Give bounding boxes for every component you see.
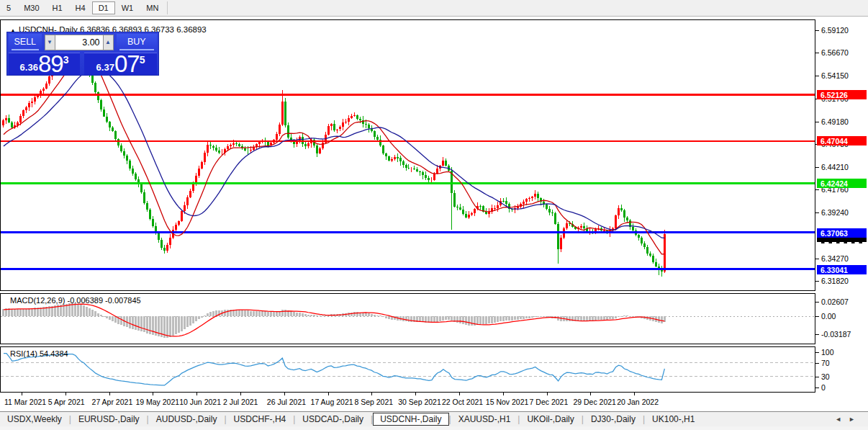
timeframe-button-5[interactable]: 5 [0, 1, 17, 14]
date-axis-tick [415, 393, 416, 395]
chart-tab-audusd-daily[interactable]: AUDUSD-,Daily [149, 413, 225, 426]
macd-label: MACD(12,26,9) -0.006389 -0.007845 [10, 296, 141, 305]
chart-tab-uk100-h1[interactable]: UK100-,H1 [645, 413, 702, 426]
date-axis-label: 5 Apr 2021 [48, 398, 85, 406]
timeframe-button-mn[interactable]: MN [140, 1, 165, 14]
axis-tick [815, 167, 819, 168]
chart-tab-usdchf-h4[interactable]: USDCHF-,H4 [227, 413, 294, 426]
bid-price-pip-digit: 3 [63, 54, 69, 66]
chart-tab-dj30-daily[interactable]: DJ30-,Daily [584, 413, 643, 426]
rsi-chart [1, 347, 815, 392]
price-level-tag: 6.37063 [817, 228, 867, 238]
price-axis-label: 6.56670 [821, 48, 849, 57]
timeframe-button-h1[interactable]: H1 [46, 1, 69, 14]
date-axis-tick [240, 393, 241, 395]
axis-tick [815, 352, 819, 353]
date-axis-label: 10 Jun 2021 [179, 398, 221, 406]
ask-price-prefix: 6.37 [96, 62, 114, 73]
date-axis-tick [503, 393, 504, 395]
chart-tab-eurusd-daily[interactable]: EURUSD-,Daily [71, 413, 147, 426]
sell-button[interactable]: SELL [9, 34, 42, 51]
timeframe-button-d1[interactable]: D1 [92, 1, 115, 14]
volume-input[interactable] [55, 35, 103, 50]
timeframe-button-h4[interactable]: H4 [69, 1, 92, 14]
date-axis-tick [590, 393, 591, 395]
macd-axis-label: 0.02607 [821, 297, 849, 306]
date-axis-label: 29 Dec 2021 [573, 398, 616, 406]
rsi-indicator-pane[interactable]: RSI(14) 54.4384 [0, 346, 815, 393]
date-axis-tick [109, 393, 110, 395]
price-level-tag: 6.52126 [817, 90, 867, 99]
date-axis-tick [22, 393, 22, 395]
chart-tab-usdx-weekly[interactable]: USDX,Weekly [0, 413, 69, 426]
tab-scroll-arrows[interactable]: ◄► [835, 416, 862, 423]
chart-tab-xauusd-h1[interactable]: XAUUSD-,H1 [451, 413, 518, 426]
price-axis: 6.591206.566706.541506.517006.491806.467… [815, 19, 868, 393]
rsi-axis-label: 30 [821, 372, 830, 381]
price-axis-label: 6.34270 [821, 254, 849, 263]
bid-price-display[interactable]: 6.36 89 3 [9, 53, 80, 75]
date-axis-tick [153, 393, 153, 395]
axis-tick [815, 30, 819, 31]
buy-button[interactable]: BUY [117, 34, 157, 51]
chart-tab-usdcnh-daily[interactable]: USDCNH-,Daily [373, 413, 448, 426]
date-axis-label: 15 Nov 2021 [486, 398, 529, 406]
chart-tab-bar: USDX,Weekly|EURUSD-,Daily|AUDUSD-,Daily|… [0, 411, 868, 426]
date-axis-label: 8 Sep 2021 [354, 398, 393, 406]
axis-tick [815, 212, 819, 213]
price-level-tag: 6.33041 [817, 265, 867, 274]
date-axis-tick [328, 393, 329, 395]
axis-tick [815, 316, 819, 317]
date-axis-label: 30 Sep 2021 [398, 398, 441, 406]
volume-decrease-button[interactable]: ▼ [45, 35, 55, 50]
chart-tab-ukoil-daily[interactable]: UKOil-,Daily [520, 413, 581, 426]
axis-tick [815, 189, 819, 190]
date-axis-label: 26 Jul 2021 [267, 398, 306, 406]
axis-tick [815, 377, 819, 377]
date-axis-label: 19 May 2021 [135, 398, 179, 406]
date-axis-tick [65, 393, 66, 395]
macd-indicator-pane[interactable]: MACD(12,26,9) -0.006389 -0.007845 [0, 293, 815, 344]
price-axis-label: 6.44210 [821, 163, 849, 171]
ask-price-big-digits: 07 [114, 53, 140, 74]
chart-tab-usdcad-daily[interactable]: USDCAD-,Daily [295, 413, 371, 426]
date-axis-tick [196, 393, 197, 395]
bottom-strip [0, 426, 868, 430]
date-axis-tick [459, 393, 460, 395]
ask-price-pip-digit: 5 [140, 54, 145, 66]
macd-axis-label: -0.03187 [821, 330, 851, 339]
one-click-trade-panel: SELL ▼ ▲ BUY 6.36 89 3 6.37 07 5 [6, 32, 159, 76]
date-axis: 11 Mar 20215 Apr 202127 Apr 202119 May 2… [0, 393, 815, 411]
date-axis-tick [284, 393, 285, 395]
timeframe-toolbar: 5M30H1H4D1W1MN [0, 0, 868, 17]
date-axis-label: 20 Jan 2022 [617, 398, 659, 406]
date-axis-label: 2 Jul 2021 [223, 398, 258, 406]
volume-increase-button[interactable]: ▲ [103, 35, 114, 50]
price-axis-label: 6.31820 [821, 277, 849, 285]
date-axis-label: 27 Apr 2021 [92, 398, 133, 406]
rsi-axis-label: 0 [821, 383, 826, 392]
price-axis-label: 6.54150 [821, 71, 849, 80]
axis-tick [815, 76, 819, 76]
axis-tick [815, 53, 819, 53]
price-level-tag: 6.42424 [817, 179, 867, 188]
trading-platform-window: 5M30H1H4D1W1MN ▲USDCNH-,Daily 6.36836 6.… [0, 0, 868, 430]
axis-tick [815, 302, 819, 303]
price-axis-label: 6.59120 [821, 26, 849, 35]
timeframe-button-m30[interactable]: M30 [17, 1, 45, 14]
ask-price-display[interactable]: 6.37 07 5 [84, 53, 157, 75]
axis-tick [815, 334, 819, 335]
date-axis-tick [371, 393, 372, 395]
axis-tick [815, 281, 819, 282]
axis-tick [815, 259, 819, 259]
date-axis-tick [547, 393, 548, 395]
price-axis-label: 6.39240 [821, 208, 849, 217]
bid-price-big-digits: 89 [38, 53, 63, 74]
rsi-label: RSI(14) 54.4384 [10, 349, 68, 358]
macd-axis-label: 0.00 [821, 312, 836, 321]
rsi-axis-label: 100 [821, 348, 834, 357]
axis-tick [815, 388, 819, 388]
toolbar-separator [167, 1, 168, 14]
bid-price-prefix: 6.36 [20, 62, 38, 73]
timeframe-button-w1[interactable]: W1 [115, 1, 140, 14]
